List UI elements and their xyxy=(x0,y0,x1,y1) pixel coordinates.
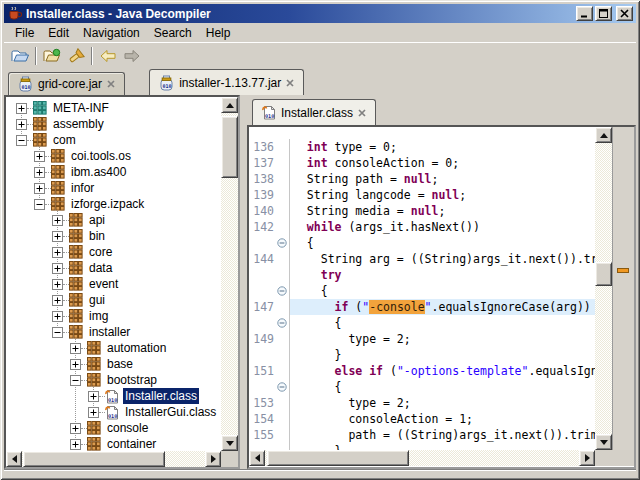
tree-expander-plus-icon[interactable] xyxy=(52,295,63,306)
search-match-marker[interactable] xyxy=(617,268,629,273)
fold-collapse-icon[interactable] xyxy=(274,379,290,395)
tree-item-infor[interactable]: infor xyxy=(6,180,221,196)
tree-expander-plus-icon[interactable] xyxy=(70,359,81,370)
tree-item-label[interactable]: bin xyxy=(87,228,107,244)
toolbar-open-type-button[interactable] xyxy=(40,45,64,67)
tree-expander-plus-icon[interactable] xyxy=(52,279,63,290)
menu-file[interactable]: File xyxy=(8,24,41,42)
tree-item-gui[interactable]: gui xyxy=(6,292,221,308)
tree-item-label[interactable]: assembly xyxy=(51,116,106,132)
tree-item-label[interactable]: gui xyxy=(87,292,107,308)
tree-item-label[interactable]: ibm.as400 xyxy=(69,164,128,180)
tree-item-label[interactable]: InstallerGui.class xyxy=(123,404,218,420)
tree-item-label[interactable]: event xyxy=(87,276,120,292)
tree-item-label[interactable]: data xyxy=(87,260,114,276)
tree-item-izforge-izpack[interactable]: izforge.izpack xyxy=(6,196,221,212)
tree-item-automation[interactable]: automation xyxy=(6,340,221,356)
tree-scroll-up-button[interactable] xyxy=(221,97,238,113)
toolbar-back-button[interactable] xyxy=(96,45,120,67)
menu-navigation[interactable]: Navigation xyxy=(76,24,147,42)
tree-expander-plus-icon[interactable] xyxy=(16,119,27,130)
editor-scroll-right-button[interactable] xyxy=(579,450,595,466)
minimize-button[interactable] xyxy=(576,6,593,21)
editor-tab-installer-class[interactable]: 010 Installer.class xyxy=(252,99,376,125)
jar-tab-grid-core-jar[interactable]: 010grid-core.jar xyxy=(8,72,125,95)
tree-item-bin[interactable]: bin xyxy=(6,228,221,244)
tree-expander-plus-icon[interactable] xyxy=(88,407,99,418)
tree-item-label[interactable]: com xyxy=(51,132,78,148)
tree-item-label[interactable]: infor xyxy=(69,180,96,196)
fold-collapse-icon[interactable] xyxy=(274,315,290,331)
tree-expander-minus-icon[interactable] xyxy=(70,375,81,386)
tree-expander-plus-icon[interactable] xyxy=(34,151,45,162)
tree-item-assembly[interactable]: assembly xyxy=(6,116,221,132)
tree-item-label[interactable]: img xyxy=(87,308,110,324)
tree-item-label[interactable]: base xyxy=(105,356,135,372)
editor-vertical-scroll-thumb[interactable] xyxy=(595,262,612,286)
tree-expander-plus-icon[interactable] xyxy=(34,183,45,194)
tree-expander-plus-icon[interactable] xyxy=(52,231,63,242)
tree-expander-plus-icon[interactable] xyxy=(52,247,63,258)
tree-item-bootstrap[interactable]: bootstrap xyxy=(6,372,221,388)
tree-expander-minus-icon[interactable] xyxy=(34,199,45,210)
tree-expander-plus-icon[interactable] xyxy=(70,343,81,354)
tree-item-event[interactable]: event xyxy=(6,276,221,292)
tree-item-ibm-as400[interactable]: ibm.as400 xyxy=(6,164,221,180)
fold-collapse-icon[interactable] xyxy=(274,235,290,251)
tree-expander-plus-icon[interactable] xyxy=(52,215,63,226)
menu-help[interactable]: Help xyxy=(199,24,238,42)
tree-expander-plus-icon[interactable] xyxy=(70,439,81,450)
tree-item-img[interactable]: img xyxy=(6,308,221,324)
tree-expander-plus-icon[interactable] xyxy=(88,391,99,402)
tree-scroll-left-button[interactable] xyxy=(6,451,22,467)
tree-item-coi-tools-os[interactable]: coi.tools.os xyxy=(6,148,221,164)
tree-item-label[interactable]: Installer.class xyxy=(123,388,199,404)
editor-horizontal-scroll-thumb[interactable] xyxy=(267,450,409,466)
tree-item-container[interactable]: container xyxy=(6,436,221,451)
title-bar[interactable]: Installer.class - Java Decompiler xyxy=(4,4,636,23)
maximize-button[interactable] xyxy=(595,6,612,21)
tree-expander-plus-icon[interactable] xyxy=(16,103,27,114)
editor-scroll-up-button[interactable] xyxy=(595,127,612,143)
code-editor[interactable]: 136 int type = 0;137 int consoleAction =… xyxy=(249,127,595,450)
tree-expander-plus-icon[interactable] xyxy=(52,311,63,322)
jar-tab-close-icon[interactable] xyxy=(286,79,294,87)
tree-item-installergui-class[interactable]: 010InstallerGui.class xyxy=(6,404,221,420)
tree-item-label[interactable]: bootstrap xyxy=(105,372,159,388)
tree-item-data[interactable]: data xyxy=(6,260,221,276)
tree-item-label[interactable]: api xyxy=(87,212,107,228)
tree-item-label[interactable]: console xyxy=(105,420,150,436)
editor-tab-close-icon[interactable] xyxy=(358,109,366,117)
tree-item-meta-inf[interactable]: META-INF xyxy=(6,100,221,116)
tree-expander-plus-icon[interactable] xyxy=(34,167,45,178)
tree-horizontal-scroll-thumb[interactable] xyxy=(23,451,165,467)
tree-item-base[interactable]: base xyxy=(6,356,221,372)
menu-search[interactable]: Search xyxy=(147,24,199,42)
tree-expander-plus-icon[interactable] xyxy=(52,263,63,274)
tree-item-label[interactable]: izforge.izpack xyxy=(69,196,146,212)
tree-vertical-scroll-thumb[interactable] xyxy=(221,116,238,178)
tree-item-installer[interactable]: installer xyxy=(6,324,221,340)
tree-item-core[interactable]: core xyxy=(6,244,221,260)
editor-scroll-left-button[interactable] xyxy=(249,450,265,466)
tree-item-console[interactable]: console xyxy=(6,420,221,436)
tree-item-label[interactable]: core xyxy=(87,244,114,260)
menu-edit[interactable]: Edit xyxy=(41,24,76,42)
editor-vertical-scrollbar[interactable] xyxy=(595,127,612,450)
tree-item-label[interactable]: META-INF xyxy=(51,100,111,116)
tree-expander-minus-icon[interactable] xyxy=(52,327,63,338)
tree-item-label[interactable]: installer xyxy=(87,324,132,340)
jar-tab-close-icon[interactable] xyxy=(107,80,115,88)
tree-item-com[interactable]: com xyxy=(6,132,221,148)
tree-item-installer-class[interactable]: 010Installer.class xyxy=(6,388,221,404)
tree-expander-minus-icon[interactable] xyxy=(16,135,27,146)
package-tree[interactable]: META-INFassemblycomcoi.tools.osibm.as400… xyxy=(6,97,221,451)
tree-scroll-down-button[interactable] xyxy=(221,435,238,451)
tree-item-label[interactable]: container xyxy=(105,436,158,451)
fold-collapse-icon[interactable] xyxy=(274,283,290,299)
tree-item-label[interactable]: automation xyxy=(105,340,168,356)
toolbar-search-button[interactable] xyxy=(64,45,88,67)
editor-scroll-down-button[interactable] xyxy=(595,434,612,450)
close-button[interactable] xyxy=(616,6,633,21)
tree-item-api[interactable]: api xyxy=(6,212,221,228)
